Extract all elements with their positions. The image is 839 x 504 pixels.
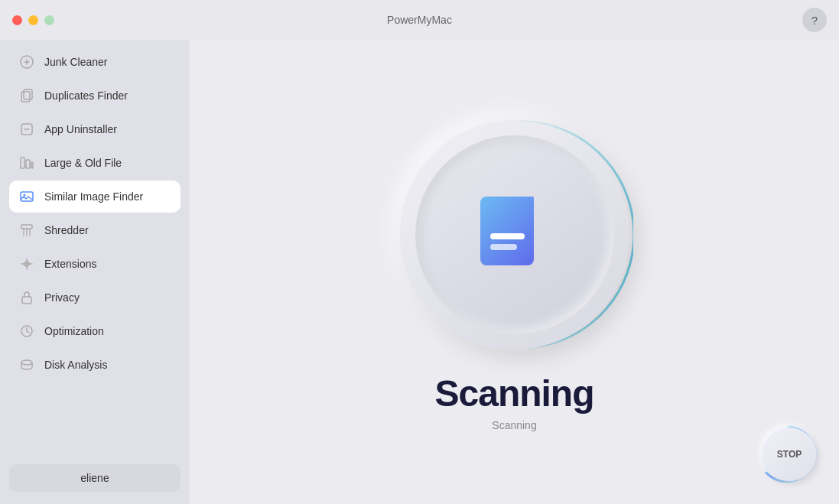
sidebar-footer: eliene <box>9 458 180 498</box>
user-button[interactable]: eliene <box>9 464 180 492</box>
sidebar: Junk Cleaner Duplicates Finder <box>0 40 190 504</box>
sidebar-label-large-old-file: Large & Old File <box>44 157 122 169</box>
sidebar-item-disk-analysis[interactable]: Disk Analysis <box>9 349 180 381</box>
image-icon <box>18 188 35 205</box>
scan-title: Scanning <box>434 372 593 415</box>
sidebar-item-privacy[interactable]: Privacy <box>9 281 180 314</box>
large-file-icon <box>18 154 35 171</box>
scan-subtitle: Scanning <box>492 419 536 431</box>
sidebar-item-duplicates-finder[interactable]: Duplicates Finder <box>9 80 180 112</box>
svg-rect-6 <box>31 162 33 168</box>
svg-point-13 <box>21 360 32 365</box>
svg-rect-1 <box>21 92 30 102</box>
titlebar: PowerMyMac ? <box>0 0 839 40</box>
sidebar-label-duplicates-finder: Duplicates Finder <box>44 89 128 102</box>
help-button[interactable]: ? <box>802 8 827 32</box>
sidebar-item-large-old-file[interactable]: Large & Old File <box>9 147 180 179</box>
sidebar-item-extensions[interactable]: Extensions <box>9 248 180 280</box>
traffic-lights <box>12 15 54 25</box>
sidebar-item-app-uninstaller[interactable]: App Uninstaller <box>9 113 180 145</box>
sidebar-items: Junk Cleaner Duplicates Finder <box>9 46 180 458</box>
stop-button-wrapper: STOP <box>763 428 816 481</box>
svg-rect-9 <box>21 225 32 229</box>
stop-button[interactable]: STOP <box>763 428 816 481</box>
main-layout: Junk Cleaner Duplicates Finder <box>0 40 839 504</box>
sidebar-label-junk-cleaner: Junk Cleaner <box>44 56 108 68</box>
svg-rect-16 <box>519 197 534 212</box>
sidebar-item-similar-image-finder[interactable]: Similar Image Finder <box>9 180 180 213</box>
shredder-icon <box>18 222 35 239</box>
content-area: Scanning Scanning STOP <box>190 40 839 504</box>
file-icon <box>469 189 561 281</box>
sidebar-label-app-uninstaller: App Uninstaller <box>44 123 117 135</box>
svg-rect-7 <box>21 192 33 201</box>
sidebar-label-similar-image-finder: Similar Image Finder <box>44 190 143 203</box>
sidebar-label-extensions: Extensions <box>44 258 96 270</box>
disk-icon <box>18 356 35 373</box>
scan-container: Scanning Scanning <box>392 112 637 431</box>
svg-point-8 <box>24 194 26 197</box>
sidebar-label-optimization: Optimization <box>44 325 104 337</box>
svg-rect-5 <box>26 160 30 168</box>
svg-rect-2 <box>24 89 32 99</box>
svg-rect-4 <box>21 158 24 168</box>
extensions-icon <box>18 255 35 272</box>
svg-rect-17 <box>490 233 525 239</box>
close-button[interactable] <box>12 15 22 25</box>
app-title: PowerMyMac <box>387 14 452 26</box>
optimization-icon <box>18 323 35 340</box>
junk-icon <box>18 54 35 70</box>
sidebar-item-shredder[interactable]: Shredder <box>9 214 180 246</box>
uninstaller-icon <box>18 121 35 138</box>
sidebar-label-disk-analysis: Disk Analysis <box>44 359 107 371</box>
sidebar-label-privacy: Privacy <box>44 291 80 304</box>
duplicates-icon <box>18 87 35 104</box>
svg-rect-11 <box>22 297 31 304</box>
svg-rect-18 <box>490 244 517 250</box>
minimize-button[interactable] <box>28 15 38 25</box>
sidebar-item-optimization[interactable]: Optimization <box>9 315 180 347</box>
sidebar-item-junk-cleaner[interactable]: Junk Cleaner <box>9 46 180 78</box>
privacy-icon <box>18 289 35 306</box>
sidebar-label-shredder: Shredder <box>44 224 89 236</box>
maximize-button[interactable] <box>44 15 54 25</box>
circle-wrapper <box>392 112 637 357</box>
